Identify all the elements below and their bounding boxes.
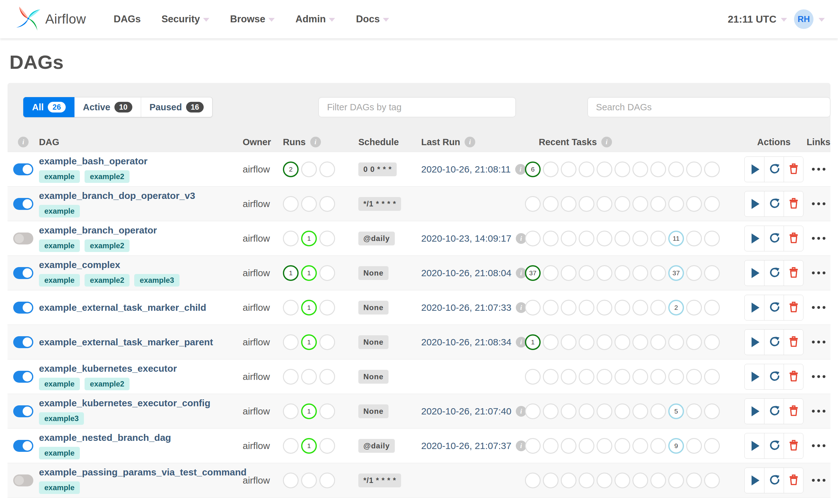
recent-task-circle-skipped[interactable] — [596, 265, 612, 281]
links-menu-button[interactable] — [806, 237, 831, 240]
recent-task-circle-success[interactable] — [525, 472, 541, 488]
recent-task-circle-skipped[interactable] — [596, 334, 612, 350]
recent-task-circle-none[interactable] — [668, 369, 684, 384]
recent-task-circle-failed[interactable] — [561, 438, 576, 454]
dag-name-link[interactable]: example_complex — [39, 259, 243, 270]
run-circle-success[interactable] — [283, 231, 299, 246]
dag-pause-toggle[interactable] — [13, 474, 33, 486]
recent-task-circle-none[interactable] — [668, 162, 684, 177]
info-icon[interactable]: i — [18, 137, 29, 147]
run-circle-failed[interactable] — [319, 438, 335, 454]
run-circle-success[interactable] — [283, 438, 299, 454]
recent-task-circle-queued[interactable] — [650, 438, 666, 454]
recent-task-circle-up_for_retry[interactable] — [614, 334, 630, 350]
links-menu-button[interactable] — [806, 341, 831, 343]
delete-dag-button[interactable] — [784, 330, 803, 355]
recent-task-circle-upstream_failed[interactable] — [579, 300, 594, 316]
brand[interactable]: Airflow — [16, 5, 86, 33]
schedule-badge[interactable]: 0 0 * * * — [358, 162, 397, 176]
recent-task-circle-up_for_reschedule[interactable] — [632, 265, 648, 281]
recent-task-circle-success[interactable] — [525, 231, 541, 246]
recent-task-circle-success[interactable] — [525, 196, 541, 212]
column-header-dag[interactable]: DAG — [39, 137, 243, 147]
run-circle-success[interactable] — [283, 472, 299, 488]
run-circle-failed[interactable] — [319, 162, 335, 177]
recent-task-circle-running[interactable] — [543, 162, 558, 177]
run-circle-failed[interactable] — [319, 231, 335, 246]
recent-task-circle-skipped[interactable] — [596, 438, 612, 454]
dag-tag[interactable]: example — [39, 481, 80, 494]
recent-task-circle-running[interactable] — [543, 369, 558, 384]
run-circle-running[interactable]: 1 — [301, 334, 317, 350]
dag-tag[interactable]: example — [39, 378, 80, 390]
links-menu-button[interactable] — [806, 202, 831, 205]
recent-task-circle-none[interactable]: 2 — [668, 300, 684, 316]
recent-task-circle-running[interactable] — [543, 196, 558, 212]
delete-dag-button[interactable] — [784, 433, 803, 458]
tab-active[interactable]: Active10 — [74, 97, 141, 117]
recent-task-circle-sensing[interactable] — [704, 472, 720, 488]
last-run-link[interactable]: 2020-10-26, 21:07:33 — [421, 302, 512, 313]
recent-task-circle-up_for_retry[interactable] — [614, 300, 630, 316]
recent-task-circle-failed[interactable] — [561, 472, 576, 488]
nav-item-docs[interactable]: Docs — [356, 14, 389, 25]
recent-task-circle-scheduled[interactable] — [686, 369, 702, 384]
recent-task-circle-none[interactable] — [668, 334, 684, 350]
run-circle-running[interactable] — [301, 472, 317, 488]
run-circle-success[interactable]: 2 — [283, 162, 299, 177]
run-circle-running[interactable]: 1 — [301, 231, 317, 246]
recent-task-circle-scheduled[interactable] — [686, 265, 702, 281]
recent-task-circle-up_for_reschedule[interactable] — [632, 162, 648, 177]
recent-task-circle-running[interactable] — [543, 231, 558, 246]
dag-pause-toggle[interactable] — [13, 267, 33, 279]
column-header-recent-tasks[interactable]: Recent Tasksi — [525, 137, 741, 147]
clock-dropdown[interactable]: 21:11 UTC — [728, 14, 787, 25]
recent-task-circle-up_for_retry[interactable] — [614, 231, 630, 246]
column-header-schedule[interactable]: Schedule — [358, 137, 421, 147]
recent-task-circle-upstream_failed[interactable] — [579, 162, 594, 177]
tab-all[interactable]: All26 — [23, 97, 74, 117]
dag-pause-toggle[interactable] — [13, 198, 33, 210]
recent-task-circle-scheduled[interactable] — [686, 472, 702, 488]
column-header-runs[interactable]: Runsi — [283, 137, 358, 147]
run-circle-running[interactable]: 1 — [301, 265, 317, 281]
trigger-dag-button[interactable] — [745, 157, 764, 182]
trigger-dag-button[interactable] — [745, 226, 764, 251]
run-circle-failed[interactable] — [319, 196, 335, 212]
trigger-dag-button[interactable] — [745, 191, 764, 216]
recent-task-circle-sensing[interactable] — [704, 231, 720, 246]
links-menu-button[interactable] — [806, 271, 831, 274]
recent-task-circle-up_for_retry[interactable] — [614, 196, 630, 212]
recent-task-circle-failed[interactable] — [561, 162, 576, 177]
refresh-dag-button[interactable] — [764, 468, 784, 493]
schedule-badge[interactable]: */1 * * * * — [358, 473, 401, 487]
recent-task-circle-failed[interactable] — [561, 300, 576, 316]
schedule-badge[interactable]: None — [358, 301, 389, 314]
nav-item-dags[interactable]: DAGs — [114, 14, 141, 25]
recent-task-circle-upstream_failed[interactable] — [579, 438, 594, 454]
dag-name-link[interactable]: example_external_task_marker_parent — [39, 337, 243, 347]
info-icon[interactable]: i — [601, 137, 612, 147]
trigger-dag-button[interactable] — [745, 399, 764, 424]
recent-task-circle-skipped[interactable] — [596, 300, 612, 316]
dag-tag[interactable]: example2 — [85, 274, 129, 287]
recent-task-circle-up_for_retry[interactable] — [614, 265, 630, 281]
links-menu-button[interactable] — [806, 444, 831, 447]
last-run-link[interactable]: 2020-10-26, 21:07:40 — [421, 406, 512, 417]
recent-task-circle-none[interactable] — [668, 196, 684, 212]
nav-item-security[interactable]: Security — [162, 14, 209, 25]
dag-name-link[interactable]: example_external_task_marker_child — [39, 302, 243, 313]
schedule-badge[interactable]: None — [358, 370, 389, 384]
run-circle-success[interactable] — [283, 334, 299, 350]
dag-tag[interactable]: example — [39, 447, 80, 460]
run-circle-failed[interactable] — [319, 334, 335, 350]
dag-tag[interactable]: example — [39, 239, 80, 252]
tag-filter-input[interactable] — [318, 97, 516, 117]
nav-item-browse[interactable]: Browse — [230, 14, 275, 25]
recent-task-circle-scheduled[interactable] — [686, 438, 702, 454]
recent-task-circle-up_for_reschedule[interactable] — [632, 472, 648, 488]
recent-task-circle-up_for_reschedule[interactable] — [632, 334, 648, 350]
info-icon[interactable]: i — [465, 137, 475, 147]
dag-pause-toggle[interactable] — [13, 302, 33, 313]
recent-task-circle-upstream_failed[interactable] — [579, 231, 594, 246]
